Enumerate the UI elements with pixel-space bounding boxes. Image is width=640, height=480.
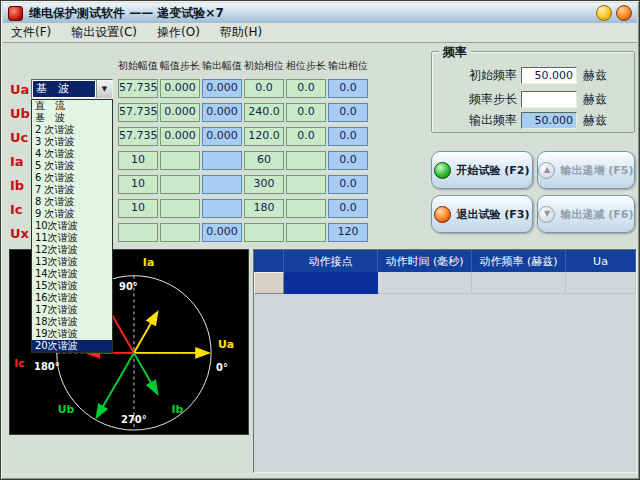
channel-cell[interactable]: 57.735 xyxy=(118,127,158,146)
channel-cell[interactable]: 10 xyxy=(118,199,158,218)
wave-option[interactable]: 19次谐波 xyxy=(32,328,112,340)
output-decrease-button[interactable]: ▼ 输出递减 (F6) xyxy=(537,195,635,233)
exit-test-button[interactable]: 退出试验 (F3) xyxy=(431,195,533,233)
results-header-ua: Ua xyxy=(566,250,636,272)
wave-option[interactable]: 9 次谐波 xyxy=(32,208,112,220)
init-frequency-field[interactable]: 50.000 xyxy=(521,67,577,84)
wave-option[interactable]: 13次谐波 xyxy=(32,256,112,268)
results-row-header-cell[interactable] xyxy=(254,272,284,294)
menu-file[interactable]: 文件(F) xyxy=(11,24,51,41)
wave-option[interactable]: 2 次谐波 xyxy=(32,124,112,136)
channel-cell-output: 0.0 xyxy=(328,199,368,218)
channel-cell[interactable]: 0.0 xyxy=(286,79,326,98)
channel-cell[interactable]: 300 xyxy=(244,175,284,194)
channel-cell[interactable]: 10 xyxy=(118,151,158,170)
wave-option[interactable]: 11次谐波 xyxy=(32,232,112,244)
green-ball-icon xyxy=(434,162,451,179)
wave-option[interactable]: 17次谐波 xyxy=(32,304,112,316)
close-button[interactable] xyxy=(616,5,632,21)
wave-option[interactable]: 7 次谐波 xyxy=(32,184,112,196)
channel-cell[interactable]: 0.0 xyxy=(286,103,326,122)
results-table: 动作接点 动作时间 (毫秒) 动作频率 (赫兹) Ua xyxy=(253,249,637,473)
axis-label-180: 180° xyxy=(34,361,60,372)
menu-help[interactable]: 帮助(H) xyxy=(220,24,262,41)
output-increase-button[interactable]: ▲ 输出递增 (F5) xyxy=(537,151,635,189)
col-header-phase-step: 相位步长 xyxy=(285,59,327,73)
title-bar[interactable]: 继电保护测试软件 —— 递变试验×7 xyxy=(3,3,637,23)
frequency-step-field[interactable] xyxy=(521,91,577,108)
channel-cell[interactable]: 60 xyxy=(244,151,284,170)
start-test-button[interactable]: 开始试验 (F2) xyxy=(431,151,533,189)
app-icon[interactable] xyxy=(8,6,23,21)
frequency-group-title: 频率 xyxy=(439,44,471,61)
channel-cell[interactable] xyxy=(286,151,326,170)
channel-cell[interactable]: 57.735 xyxy=(118,103,158,122)
channel-cell[interactable]: 120.0 xyxy=(244,127,284,146)
wave-option[interactable]: 3 次谐波 xyxy=(32,136,112,148)
channel-cell[interactable] xyxy=(160,223,200,242)
channel-cell-output: 0.000 xyxy=(202,223,242,242)
down-arrow-icon: ▼ xyxy=(538,206,555,223)
frequency-step-label: 频率步长 xyxy=(437,91,517,108)
chevron-down-icon[interactable]: ▼ xyxy=(96,80,112,98)
freq-row-step: 频率步长 赫兹 xyxy=(437,91,633,108)
channel-cell[interactable]: 57.735 xyxy=(118,79,158,98)
waveform-dropdown-list: 直 流 基 波 2 次谐波 3 次谐波 4 次谐波 5 次谐波 6 次谐波 7 … xyxy=(31,99,113,353)
channel-cell-output xyxy=(202,151,242,170)
channel-cell[interactable] xyxy=(244,223,284,242)
channel-cell[interactable]: 0.000 xyxy=(160,103,200,122)
channel-cell[interactable]: 10 xyxy=(118,175,158,194)
results-row xyxy=(254,272,636,294)
waveform-combobox[interactable]: 基 波 ▼ xyxy=(31,79,113,99)
axis-label-90: 90° xyxy=(119,281,138,292)
axis-label-0: 0° xyxy=(216,362,228,373)
wave-option[interactable]: 8 次谐波 xyxy=(32,196,112,208)
menu-operate[interactable]: 操作(O) xyxy=(157,24,200,41)
menu-output-settings[interactable]: 输出设置(C) xyxy=(71,24,137,41)
wave-option[interactable]: 6 次谐波 xyxy=(32,172,112,184)
channel-cell[interactable]: 240.0 xyxy=(244,103,284,122)
wave-option[interactable]: 18次谐波 xyxy=(32,316,112,328)
results-selected-cell[interactable] xyxy=(284,272,378,294)
wave-option-highlighted[interactable]: 20次谐波 xyxy=(32,340,112,352)
wave-option[interactable]: 基 波 xyxy=(32,112,112,124)
results-cell[interactable] xyxy=(378,272,472,294)
hz-unit-label: 赫兹 xyxy=(583,91,607,108)
wave-option[interactable]: 14次谐波 xyxy=(32,268,112,280)
wave-option[interactable]: 直 流 xyxy=(32,100,112,112)
col-header-output-amplitude: 输出幅值 xyxy=(201,59,243,73)
channel-cell[interactable]: 180 xyxy=(244,199,284,218)
channel-cell-output: 0.0 xyxy=(328,175,368,194)
channel-cell[interactable] xyxy=(160,151,200,170)
wave-option[interactable]: 5 次谐波 xyxy=(32,160,112,172)
phasor-label-ic: Ic xyxy=(14,357,24,370)
channel-cell[interactable]: 0.0 xyxy=(286,127,326,146)
channel-cell[interactable] xyxy=(286,175,326,194)
up-arrow-icon: ▲ xyxy=(538,162,555,179)
results-cell[interactable] xyxy=(566,272,636,294)
channel-cell[interactable] xyxy=(160,175,200,194)
wave-option[interactable]: 4 次谐波 xyxy=(32,148,112,160)
channel-cell[interactable] xyxy=(286,199,326,218)
minimize-button[interactable] xyxy=(596,5,612,21)
axis-label-270: 270° xyxy=(121,414,147,425)
channel-cell[interactable] xyxy=(160,199,200,218)
col-header-amplitude-step: 幅值步长 xyxy=(159,59,201,73)
phasor-label-ua: Ua xyxy=(218,338,234,351)
results-cell[interactable] xyxy=(472,272,566,294)
output-frequency-field: 50.000 xyxy=(521,112,577,129)
hz-unit-label: 赫兹 xyxy=(583,112,607,129)
channel-cell[interactable] xyxy=(286,223,326,242)
results-header-time: 动作时间 (毫秒) xyxy=(378,250,472,272)
wave-option[interactable]: 10次谐波 xyxy=(32,220,112,232)
channel-cell-output: 0.000 xyxy=(202,79,242,98)
wave-option[interactable]: 16次谐波 xyxy=(32,292,112,304)
wave-option[interactable]: 15次谐波 xyxy=(32,280,112,292)
wave-option[interactable]: 12次谐波 xyxy=(32,244,112,256)
channel-cell[interactable]: 0.000 xyxy=(160,79,200,98)
vector-ia xyxy=(134,313,157,353)
channel-cell[interactable]: 0.0 xyxy=(244,79,284,98)
channel-cell[interactable]: 0.000 xyxy=(160,127,200,146)
hz-unit-label: 赫兹 xyxy=(583,67,607,84)
channel-cell[interactable] xyxy=(118,223,158,242)
